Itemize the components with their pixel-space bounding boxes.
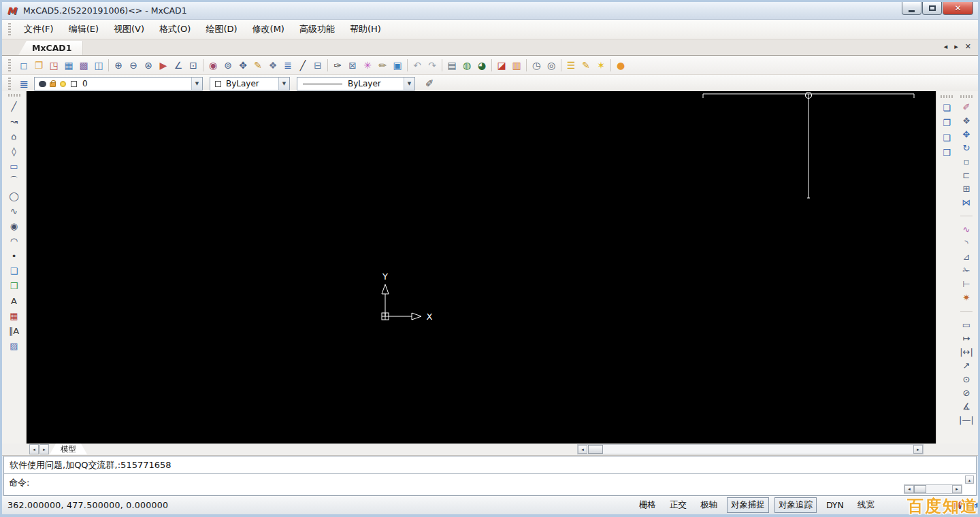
layer-manager-icon[interactable]: ≣ — [280, 58, 295, 73]
separator[interactable] — [958, 209, 975, 222]
status-toggle-dyn[interactable]: DYN — [822, 498, 848, 512]
zoom-extents-icon[interactable]: ⊛ — [141, 58, 156, 73]
command-scroll-right-icon[interactable]: ▸ — [952, 485, 962, 493]
new-file-icon[interactable]: ◻ — [16, 58, 31, 73]
line-icon[interactable]: ╱ — [6, 99, 22, 114]
dim-aligned-icon[interactable]: ↗ — [958, 358, 975, 372]
stretch-icon[interactable]: ▫ — [958, 154, 975, 168]
star-icon[interactable]: ✶ — [593, 58, 608, 73]
point-icon[interactable]: • — [6, 248, 22, 263]
extend-icon[interactable]: ⊢ — [958, 277, 975, 290]
command-horizontal-scrollbar[interactable]: ◂ ▸ — [904, 484, 962, 494]
zoom-angle-icon[interactable]: ∠ — [171, 58, 186, 73]
menu-draw[interactable]: 绘图(D) — [198, 20, 244, 38]
zoom-out-icon[interactable]: ⊖ — [126, 58, 141, 73]
sketch-icon[interactable]: ✏ — [375, 58, 390, 73]
menu-advanced[interactable]: 高级功能 — [292, 20, 342, 38]
linetype-combobox[interactable]: ByLayer ▼ — [297, 77, 415, 90]
save-all-icon[interactable]: ◫ — [91, 58, 106, 73]
dim-radius-icon[interactable]: ⊙ — [958, 372, 975, 386]
undo-icon[interactable]: ↶ — [410, 58, 425, 73]
properties-drag-handle[interactable] — [8, 78, 11, 90]
help-ball-icon[interactable]: ● — [613, 58, 628, 73]
command-prompt[interactable]: 命令: — [9, 477, 29, 489]
status-toggle-osnap[interactable]: 对象捕捉 — [727, 497, 769, 513]
separator[interactable] — [608, 58, 613, 73]
explode-icon[interactable]: ✷ — [958, 290, 975, 304]
save-icon[interactable]: ▦ — [61, 58, 76, 73]
polygon-icon[interactable]: ⌂ — [6, 129, 22, 144]
separator[interactable] — [201, 58, 206, 73]
offset-icon[interactable]: ⊏ — [958, 168, 975, 182]
pdf-export-icon[interactable]: ◪ — [494, 58, 509, 73]
status-toggle-grid[interactable]: 栅格 — [635, 497, 660, 513]
linetype-manager-icon[interactable]: ╱ — [295, 58, 310, 73]
pan-icon[interactable]: ✥ — [235, 58, 250, 73]
draw-order-icon[interactable]: ✎ — [250, 58, 265, 73]
tab-mxcad1[interactable]: MxCAD1 — [18, 41, 82, 55]
linetype-combobox-arrow-icon[interactable]: ▼ — [404, 78, 414, 90]
frame-icon[interactable]: ⊟ — [310, 58, 325, 73]
spline-icon[interactable]: ∿ — [6, 203, 22, 218]
separator[interactable] — [405, 58, 410, 73]
dim-linear-icon[interactable]: |↔| — [958, 345, 975, 358]
tab-scroll-left-button[interactable]: ◂ — [944, 42, 948, 51]
burst-icon[interactable]: ✳ — [360, 58, 375, 73]
layer-combobox[interactable]: 0 ▼ — [34, 77, 203, 90]
layers-dialog-button[interactable]: ≣ — [16, 76, 31, 91]
zoom-previous-icon[interactable]: ◉ — [206, 58, 220, 73]
close-button[interactable]: ✕ — [943, 2, 973, 15]
layer-combobox-arrow-icon[interactable]: ▼ — [191, 78, 202, 90]
separator[interactable] — [489, 58, 494, 73]
polyline-icon[interactable]: ↝ — [6, 114, 22, 129]
copy-icon[interactable]: ❖ — [958, 114, 975, 127]
chamfer-icon[interactable]: ⊿ — [958, 250, 975, 263]
block-insert-icon[interactable]: ❑ — [6, 263, 22, 278]
layout-prev-button[interactable]: ◂ — [29, 444, 39, 454]
find-icon[interactable]: ◎ — [544, 58, 559, 73]
hatch-icon[interactable]: ▨ — [6, 338, 22, 353]
menu-view[interactable]: 视图(V) — [106, 20, 152, 38]
status-toggle-lineweight[interactable]: 线宽 — [853, 497, 879, 513]
clip-paste-icon[interactable]: ❐ — [938, 115, 955, 130]
mtext-icon[interactable]: ∥A — [6, 323, 22, 338]
command-line-area[interactable]: 命令: ▴ ◂ ▸ — [3, 474, 977, 496]
separator[interactable] — [958, 304, 975, 318]
move-icon[interactable]: ✥ — [958, 127, 975, 141]
dim-continue-icon[interactable]: |—| — [958, 413, 975, 427]
dim-quick-icon[interactable]: ↦ — [958, 331, 975, 345]
draw-toolbar-drag-handle[interactable] — [8, 94, 20, 97]
ellipse-icon[interactable]: ◉ — [6, 218, 22, 233]
dim-angular-icon[interactable]: ∡ — [958, 399, 975, 413]
pedit-icon[interactable]: ✑ — [330, 58, 345, 73]
minimize-button[interactable] — [902, 2, 921, 15]
note-pencil-icon[interactable]: ✎ — [578, 58, 593, 73]
separator[interactable] — [106, 58, 111, 73]
zoom-window-icon[interactable]: ⊡ — [186, 58, 201, 73]
toolbar-drag-handle[interactable] — [8, 59, 11, 71]
menu-modify[interactable]: 修改(M) — [245, 20, 292, 38]
erase-icon[interactable]: ✐ — [958, 100, 975, 114]
zoom-dynamic-icon[interactable]: ▶ — [156, 58, 171, 73]
menu-drag-handle[interactable] — [8, 23, 11, 35]
zoom-object-icon[interactable]: ⊚ — [220, 58, 235, 73]
menu-format[interactable]: 格式(O) — [152, 20, 198, 38]
status-toggle-otrack[interactable]: 对象追踪 — [774, 497, 817, 513]
render-icon[interactable]: ❖ — [265, 58, 280, 73]
redo-icon[interactable]: ↷ — [425, 58, 440, 73]
block-edit-icon[interactable]: ▣ — [390, 58, 405, 73]
dim-diameter-icon[interactable]: ⊘ — [958, 386, 975, 399]
command-scrollbar-thumb[interactable] — [914, 485, 926, 493]
wipeout-icon[interactable]: ▭ — [958, 318, 975, 331]
separator[interactable] — [325, 58, 330, 73]
rotate-icon[interactable]: ↻ — [958, 141, 975, 154]
modify-toolbar-drag-handle[interactable] — [960, 95, 973, 98]
array-icon[interactable]: ⊞ — [958, 182, 975, 195]
menu-file[interactable]: 文件(F) — [16, 20, 61, 38]
table-icon[interactable]: ▦ — [6, 308, 22, 323]
status-toggle-ortho[interactable]: 正交 — [666, 497, 691, 513]
fillet-icon[interactable]: ◝ — [958, 236, 975, 250]
clip-paste-orig-icon[interactable]: ❒ — [938, 145, 955, 160]
zoom-in-icon[interactable]: ⊕ — [111, 58, 126, 73]
layout-next-button[interactable]: ▸ — [39, 444, 49, 454]
